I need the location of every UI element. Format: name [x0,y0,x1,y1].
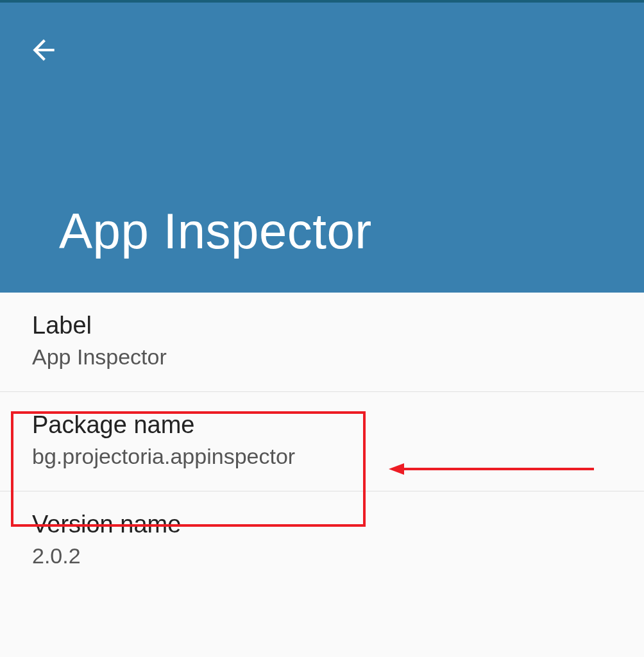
detail-list: Label App Inspector Package name bg.proj… [0,293,644,590]
list-item-label[interactable]: Label App Inspector [0,293,644,392]
list-item-package[interactable]: Package name bg.projectoria.appinspector [0,392,644,491]
list-item-value: App Inspector [32,345,612,370]
list-item-title: Package name [32,411,612,439]
back-arrow-icon [28,34,60,69]
page-title: App Inspector [59,202,372,260]
list-item-value: bg.projectoria.appinspector [32,444,612,469]
list-item-title: Label [32,312,612,339]
app-header: App Inspector [0,3,644,293]
back-button[interactable] [26,33,62,69]
list-item-title: Version name [32,511,612,538]
list-item-value: 2.0.2 [32,543,612,568]
list-item-version[interactable]: Version name 2.0.2 [0,491,644,590]
